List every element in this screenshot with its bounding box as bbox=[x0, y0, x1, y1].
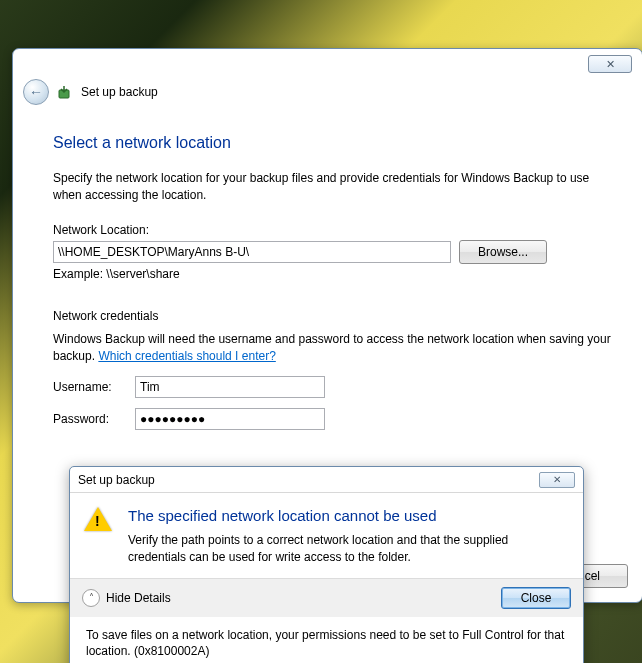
browse-button[interactable]: Browse... bbox=[459, 240, 547, 264]
hide-details-toggle[interactable]: ˄ Hide Details bbox=[82, 589, 171, 607]
page-heading: Select a network location bbox=[53, 134, 614, 152]
window-title: Set up backup bbox=[81, 85, 158, 99]
close-button[interactable]: Close bbox=[501, 587, 571, 609]
example-text: Example: \\server\share bbox=[53, 267, 614, 281]
error-heading: The specified network location cannot be… bbox=[128, 507, 567, 524]
error-footer: ˄ Hide Details Close bbox=[70, 578, 583, 617]
error-message-block: The specified network location cannot be… bbox=[128, 507, 567, 566]
back-button[interactable]: ← bbox=[23, 79, 49, 105]
error-close-x[interactable]: ✕ bbox=[539, 472, 575, 488]
titlebar: ← Set up backup bbox=[23, 79, 158, 105]
chevron-up-icon: ˄ bbox=[82, 589, 100, 607]
warning-icon bbox=[84, 507, 114, 566]
location-row: Browse... bbox=[53, 240, 614, 264]
location-label: Network Location: bbox=[53, 223, 614, 237]
error-dialog: Set up backup ✕ The specified network lo… bbox=[69, 466, 584, 663]
arrow-left-icon: ← bbox=[29, 84, 43, 100]
window-close-button[interactable]: ✕ bbox=[588, 55, 632, 73]
password-row: Password: bbox=[53, 408, 614, 430]
network-location-input[interactable] bbox=[53, 241, 451, 263]
credentials-text: Windows Backup will need the username an… bbox=[53, 331, 614, 366]
error-body: The specified network location cannot be… bbox=[70, 493, 583, 578]
error-titlebar: Set up backup ✕ bbox=[70, 467, 583, 493]
password-label: Password: bbox=[53, 412, 135, 426]
username-row: Username: bbox=[53, 376, 614, 398]
credentials-section: Network credentials Windows Backup will … bbox=[53, 309, 614, 430]
hide-details-label: Hide Details bbox=[106, 591, 171, 605]
error-details: To save files on a network location, you… bbox=[70, 617, 583, 663]
credentials-heading: Network credentials bbox=[53, 309, 614, 323]
error-text: Verify the path points to a correct netw… bbox=[128, 532, 567, 566]
username-input[interactable] bbox=[135, 376, 325, 398]
content-area: Select a network location Specify the ne… bbox=[53, 134, 614, 430]
password-input[interactable] bbox=[135, 408, 325, 430]
username-label: Username: bbox=[53, 380, 135, 394]
intro-text: Specify the network location for your ba… bbox=[53, 170, 614, 205]
error-title: Set up backup bbox=[78, 473, 155, 487]
backup-icon bbox=[57, 84, 73, 100]
credentials-help-link[interactable]: Which credentials should I enter? bbox=[98, 349, 275, 363]
